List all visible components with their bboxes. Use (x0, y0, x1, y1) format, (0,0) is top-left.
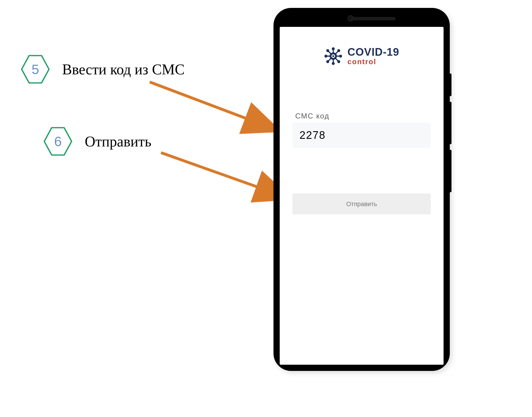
app-title: COVID-19 (348, 47, 399, 57)
arrow-to-sms-input (147, 79, 288, 141)
svg-point-20 (338, 61, 340, 62)
step-label-5: Ввести код из СМС (62, 61, 185, 78)
phone-speaker-icon (350, 17, 396, 20)
svg-line-2 (150, 82, 277, 130)
virus-icon (324, 47, 342, 65)
svg-point-18 (327, 61, 329, 62)
step-marker-6: 6 (42, 126, 73, 157)
app-subtitle: control (348, 58, 399, 65)
instruction-step-6: 6 Отправить (42, 126, 151, 157)
step-marker-5: 5 (20, 54, 51, 85)
sms-code-label: СМС код (295, 112, 329, 120)
step-label-6: Отправить (85, 133, 151, 150)
phone-screen: COVID-19 control СМС код 2278 Отправить (280, 27, 444, 365)
instruction-step-5: 5 Ввести код из СМС (20, 54, 185, 85)
step-number-5: 5 (32, 62, 39, 77)
phone-side-button (449, 102, 451, 144)
svg-point-6 (332, 48, 334, 50)
sms-code-input[interactable]: 2278 (292, 122, 431, 148)
svg-point-16 (338, 49, 340, 51)
send-button[interactable]: Отправить (292, 194, 431, 214)
app-logo: COVID-19 control (280, 47, 444, 65)
svg-point-14 (327, 49, 329, 51)
phone-side-button (449, 74, 451, 96)
svg-point-12 (340, 55, 342, 57)
step-number-6: 6 (54, 134, 62, 149)
send-button-label: Отправить (346, 200, 377, 208)
sms-code-value: 2278 (299, 129, 326, 141)
svg-point-8 (332, 62, 334, 64)
svg-point-10 (325, 55, 327, 57)
phone-mockup: COVID-19 control СМС код 2278 Отправить (274, 8, 449, 370)
phone-side-button (449, 150, 451, 192)
svg-line-3 (161, 153, 288, 198)
svg-point-22 (332, 55, 334, 57)
